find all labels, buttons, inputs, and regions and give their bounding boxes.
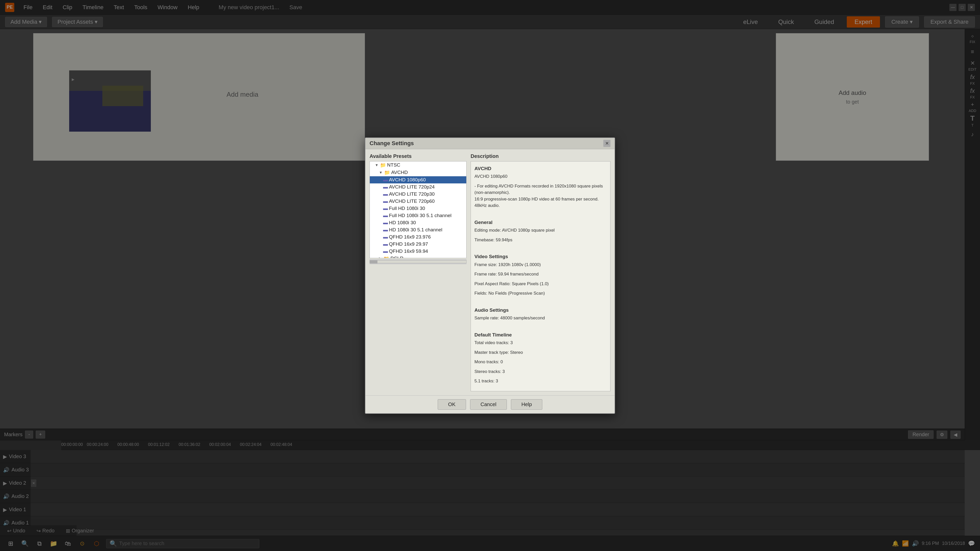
desc-audio-title: Audio Settings — [474, 306, 607, 314]
dslr-expand-icon: ▶ — [379, 256, 382, 258]
full-hd-1080i-30-51-icon: ▬ — [383, 213, 388, 218]
modal-overlay: Change Settings ✕ Available Presets ▼ 📁 … — [0, 0, 980, 551]
help-button[interactable]: Help — [511, 399, 542, 410]
desc-51-tracks: 5.1 tracks: 3 — [474, 378, 607, 384]
desc-pixel-aspect: Pixel Aspect Ratio: Square Pixels (1.0) — [474, 281, 607, 287]
dialog-body: Available Presets ▼ 📁 NTSC ▼ 📁 AVCHD — [366, 149, 614, 395]
presets-scroll-thumb[interactable] — [370, 260, 377, 264]
tree-full-hd-1080i-30[interactable]: ▬ Full HD 1080i 30 — [370, 205, 466, 212]
dialog-footer: OK Cancel Help — [366, 395, 614, 413]
tree-full-hd-1080i-30-51[interactable]: ▬ Full HD 1080i 30 5.1 channel — [370, 212, 466, 219]
tree-avchd-lite-720p60[interactable]: ▬ AVCHD LITE 720p60 — [370, 198, 466, 205]
full-hd-1080i-30-icon: ▬ — [383, 206, 388, 211]
tree-qfhd-23976[interactable]: ▬ QFHD 16x9 23.976 — [370, 233, 466, 241]
avchd-1080p60-icon: ▬ — [383, 177, 388, 183]
dialog-close-button[interactable]: ✕ — [603, 140, 611, 147]
desc-master-track: Master track type: Stereo — [474, 349, 607, 356]
desc-fields: Fields: No Fields (Progressive Scan) — [474, 290, 607, 297]
qfhd-2997-icon: ▬ — [383, 241, 388, 247]
change-settings-dialog: Change Settings ✕ Available Presets ▼ 📁 … — [365, 138, 615, 414]
dialog-title-bar: Change Settings ✕ — [366, 138, 614, 149]
qfhd-23976-icon: ▬ — [383, 234, 388, 240]
description-label: Description — [471, 153, 611, 159]
tree-avchd[interactable]: ▼ 📁 AVCHD — [370, 169, 466, 176]
desc-header: AVCHD — [474, 165, 607, 172]
desc-general-title: General — [474, 219, 607, 226]
tree-hd-1080i-30-51[interactable]: ▬ HD 1080i 30 5.1 channel — [370, 226, 466, 233]
avchd-lite-720p60-icon: ▬ — [383, 198, 388, 204]
presets-scroll-track[interactable] — [369, 260, 466, 263]
tree-qfhd-5994[interactable]: ▬ QFHD 16x9 59.94 — [370, 248, 466, 255]
ntsc-folder-icon: 📁 — [380, 162, 386, 168]
dialog-title: Change Settings — [369, 140, 414, 147]
desc-video-tracks: Total video tracks: 3 — [474, 340, 607, 346]
desc-timebase: Timebase: 59.94fps — [474, 237, 607, 243]
dslr-folder-icon: 📁 — [383, 256, 390, 258]
tree-avchd-lite-720p30[interactable]: ▬ AVCHD LITE 720p30 — [370, 191, 466, 198]
desc-mono-tracks: Mono tracks: 0 — [474, 359, 607, 365]
tree-avchd-lite-720p24[interactable]: ▬ AVCHD LITE 720p24 — [370, 183, 466, 191]
tree-hd-1080i-30[interactable]: ▬ HD 1080i 30 — [370, 219, 466, 226]
avchd-expand-icon: ▼ — [379, 170, 383, 175]
presets-tree[interactable]: ▼ 📁 NTSC ▼ 📁 AVCHD ▬ AVCHD 1080p60 — [369, 161, 466, 258]
desc-subheader: AVCHD 1080p60 — [474, 173, 607, 180]
description-box: AVCHD AVCHD 1080p60 - For editing AVCHD … — [471, 161, 611, 391]
desc-editing-mode: Editing mode: AVCHD 1080p square pixel — [474, 227, 607, 233]
tree-dslr[interactable]: ▶ 📁 DSLR — [370, 255, 466, 258]
tree-qfhd-2997[interactable]: ▬ QFHD 16x9 29.97 — [370, 241, 466, 248]
desc-frame-size: Frame size: 1920h 1080v (1.0000) — [474, 262, 607, 268]
avchd-folder-icon: 📁 — [384, 170, 390, 176]
avchd-lite-720p24-icon: ▬ — [383, 184, 388, 190]
ok-button[interactable]: OK — [438, 399, 466, 410]
tree-ntsc[interactable]: ▼ 📁 NTSC — [370, 162, 466, 169]
desc-frame-rate: Frame rate: 59.94 frames/second — [474, 271, 607, 278]
hd-1080i-30-51-icon: ▬ — [383, 227, 388, 233]
desc-sample-rate: Sample rate: 48000 samples/second — [474, 315, 607, 321]
desc-stereo-tracks: Stereo tracks: 3 — [474, 368, 607, 375]
desc-video-title: Video Settings — [474, 253, 607, 260]
desc-default-timeline-title: Default Timeline — [474, 331, 607, 339]
presets-label: Available Presets — [369, 153, 466, 159]
hd-1080i-30-icon: ▬ — [383, 220, 388, 225]
avchd-lite-720p30-icon: ▬ — [383, 191, 388, 197]
description-pane: Description AVCHD AVCHD 1080p60 - For ed… — [471, 153, 611, 391]
qfhd-5994-icon: ▬ — [383, 248, 388, 254]
tree-avchd-1080p60[interactable]: ▬ AVCHD 1080p60 — [370, 176, 466, 183]
presets-pane: Available Presets ▼ 📁 NTSC ▼ 📁 AVCHD — [369, 153, 466, 391]
desc-detail: - For editing AVCHD Formats recorded in … — [474, 183, 607, 209]
ntsc-expand-icon: ▼ — [375, 163, 379, 167]
cancel-button[interactable]: Cancel — [470, 399, 507, 410]
presets-scrollbar[interactable] — [369, 259, 466, 264]
